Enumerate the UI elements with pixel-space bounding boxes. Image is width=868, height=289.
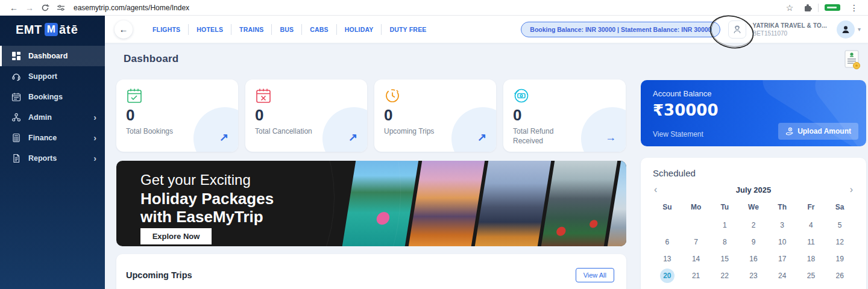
diagonal-arrow-icon[interactable]: ↗	[219, 131, 228, 144]
calendar-prev-icon[interactable]: ‹	[653, 185, 658, 194]
calendar-date[interactable]: 5	[825, 219, 854, 232]
calendar-date[interactable]: 30	[739, 286, 768, 289]
calendar-date[interactable]: 29	[710, 286, 739, 289]
nav-trains[interactable]: TRAINS	[231, 24, 271, 35]
upload-amount-button[interactable]: Upload Amount	[778, 123, 858, 140]
balance-pill[interactable]: Booking Balance: INR 30000 | Statement B…	[521, 22, 720, 37]
calendar-date[interactable]: 7	[682, 235, 711, 249]
nav-holiday[interactable]: HOLIDAY	[336, 24, 382, 35]
sidebar-item-support[interactable]: Support	[0, 66, 105, 87]
bookmark-star-icon[interactable]: ☆	[782, 3, 797, 13]
stat-label: Upcoming Trips	[384, 126, 442, 136]
headset-icon	[11, 72, 21, 81]
calendar-empty-cell	[653, 219, 682, 232]
emtmate-logo[interactable]: EMT M ātē	[0, 16, 105, 43]
calendar-date[interactable]: 20	[653, 269, 682, 282]
holiday-promo-banner[interactable]: Get your Exciting Holiday Packages with …	[116, 161, 626, 246]
calendar-date[interactable]: 17	[768, 252, 797, 266]
calendar-date[interactable]: 16	[739, 252, 768, 266]
stat-label: Total Cancellation	[255, 126, 313, 136]
agency-info[interactable]: YATRIKA TRAVEL & TO... BET1511070	[752, 22, 827, 37]
right-arrow-icon[interactable]: →	[605, 131, 616, 144]
user-avatar[interactable]	[837, 20, 855, 39]
logo-m-box: M	[45, 23, 58, 36]
calendar-date[interactable]: 24	[768, 269, 797, 282]
calendar-date[interactable]: 10	[768, 235, 797, 249]
thailand-photo-slice	[342, 161, 419, 246]
sidebar-item-finance[interactable]: Finance ›	[0, 128, 105, 148]
dubai-photo-slice	[474, 161, 552, 246]
coin-hand-icon	[785, 127, 794, 135]
calendar-date[interactable]: 31	[768, 286, 797, 289]
calendar-date[interactable]: 19	[825, 252, 854, 266]
address-bar[interactable]: easemytrip.com/agents/Home/Index	[74, 4, 189, 12]
stat-card-total-bookings[interactable]: 0 Total Bookings ↗	[116, 79, 238, 152]
calendar-date[interactable]: 25	[797, 269, 826, 282]
calendar-date[interactable]: 22	[710, 269, 739, 282]
sidebar-item-admin[interactable]: Admin ›	[0, 107, 105, 128]
calendar-date[interactable]: 2	[739, 219, 768, 232]
browser-forward-icon[interactable]: →	[22, 3, 37, 13]
view-all-button[interactable]: View All	[576, 268, 614, 282]
bookings-check-calendar-icon	[126, 96, 143, 106]
calendar-date[interactable]: 11	[797, 235, 826, 249]
calendar-date[interactable]: 27	[653, 286, 682, 289]
calendar-grid: 1234567891011121314151617181920212223242…	[653, 219, 854, 289]
account-balance-amount: ₹30000	[653, 101, 854, 119]
back-button[interactable]: ←	[115, 20, 133, 39]
nav-hotels[interactable]: HOTELS	[188, 24, 231, 35]
explore-now-button[interactable]: Explore Now	[140, 228, 212, 244]
browser-reload-icon[interactable]	[37, 4, 53, 12]
calendar-day-header: Th	[768, 203, 797, 211]
sidebar-menu: Dashboard Support Bookings Admin ›	[0, 46, 105, 169]
sidebar-item-reports[interactable]: Reports ›	[0, 148, 105, 169]
browser-chrome: ← → easemytrip.com/agents/Home/Index ☆ ⋮	[0, 0, 868, 16]
calendar-date[interactable]: 6	[653, 235, 682, 249]
account-balance-card: Account Balance ₹30000 View Statement Up…	[641, 80, 866, 146]
diagonal-arrow-icon[interactable]: ↗	[477, 131, 486, 144]
sidebar-item-dashboard[interactable]: Dashboard	[0, 46, 105, 66]
browser-profile-badge[interactable]	[825, 4, 840, 11]
calendar-month-label: July 2025	[736, 185, 772, 194]
calendar-day-header: Tu	[710, 203, 739, 211]
agent-support-icon[interactable]	[728, 20, 746, 39]
calendar-date[interactable]: 18	[797, 252, 826, 266]
nav-flights[interactable]: FLIGHTS	[145, 24, 188, 35]
nav-bus[interactable]: BUS	[271, 24, 301, 35]
browser-back-icon[interactable]: ←	[6, 3, 22, 13]
browser-menu-icon[interactable]: ⋮	[846, 3, 862, 13]
calendar-next-icon[interactable]: ›	[849, 185, 854, 194]
calendar-date[interactable]: 3	[768, 219, 797, 232]
calendar-date[interactable]: 13	[653, 252, 682, 266]
sidebar: EMT M ātē Dashboard Support Bookings	[0, 16, 105, 289]
calendar-day-header: We	[739, 203, 768, 211]
stat-card-total-cancellation[interactable]: 0 Total Cancellation ↗	[245, 79, 367, 152]
scheduled-calendar-card: Scheduled ‹ July 2025 › SuMoTuWeThFrSa 1…	[641, 158, 866, 289]
nav-duty-free[interactable]: DUTY FREE	[381, 24, 434, 35]
calendar-date[interactable]: 15	[710, 252, 739, 266]
sidebar-item-bookings[interactable]: Bookings	[0, 87, 105, 107]
back-arrow-icon: ←	[119, 24, 128, 34]
nav-cabs[interactable]: CABS	[301, 24, 336, 35]
offers-document-icon[interactable]	[844, 49, 861, 72]
extensions-icon[interactable]	[804, 4, 812, 12]
calendar-date[interactable]: 12	[825, 235, 854, 249]
calendar-date[interactable]: 9	[739, 235, 768, 249]
calendar-date[interactable]: 14	[682, 252, 711, 266]
cancellation-x-calendar-icon	[255, 96, 272, 106]
upcoming-trips-title: Upcoming Trips	[126, 270, 192, 280]
calendar-date[interactable]: 4	[797, 219, 826, 232]
view-statement-link[interactable]: View Statement	[653, 130, 703, 138]
stat-card-upcoming-trips[interactable]: 0 Upcoming Trips ↗	[374, 79, 496, 152]
calendar-date[interactable]: 23	[739, 269, 768, 282]
chevron-down-icon[interactable]: ▾	[858, 26, 861, 33]
site-settings-icon[interactable]	[53, 4, 69, 12]
calendar-date[interactable]: 21	[682, 269, 711, 282]
calendar-date[interactable]: 1	[710, 219, 739, 232]
calendar-date[interactable]: 28	[682, 286, 711, 289]
calendar-date[interactable]: 8	[710, 235, 739, 249]
stat-card-total-refund[interactable]: 0 Total Refund Received →	[503, 79, 626, 152]
sidebar-item-label: Dashboard	[28, 52, 68, 60]
calendar-date[interactable]: 26	[825, 269, 854, 282]
diagonal-arrow-icon[interactable]: ↗	[348, 131, 357, 144]
